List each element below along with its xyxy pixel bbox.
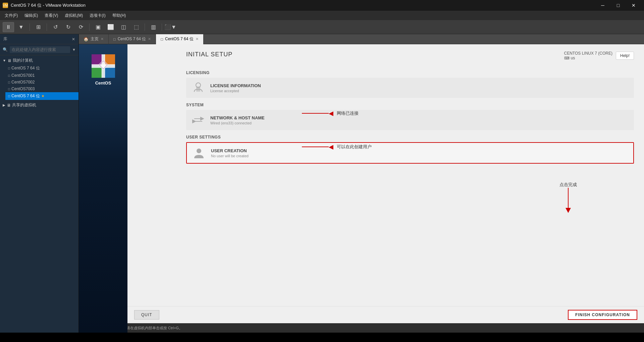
search-icon: 🔍 bbox=[3, 47, 8, 52]
menu-help[interactable]: 帮助(H) bbox=[109, 11, 129, 20]
toolbar-sep-1 bbox=[30, 23, 30, 31]
tab-vm2[interactable]: □ CentOS 7 64 位 ✕ bbox=[156, 34, 203, 44]
tab-vm2-icon: □ bbox=[161, 37, 163, 41]
centos-lang: ⌨ us bbox=[564, 56, 612, 60]
toolbar-sep-2 bbox=[47, 23, 47, 31]
tab-vm1-close[interactable]: ✕ bbox=[148, 37, 151, 41]
sidebar-vm-3[interactable]: □ CentOS7002 bbox=[5, 79, 78, 86]
sidebar-vm-1[interactable]: □ CentOS 7 64 位 bbox=[5, 64, 78, 72]
network-text: NETWORK & HOST NAME Wired (ens33) connec… bbox=[210, 115, 265, 125]
menu-bar: 文件(F) 编辑(E) 查看(V) 虚拟机(M) 选项卡(I) 帮助(H) bbox=[0, 11, 644, 20]
centos-main: INITIAL SETUP CENTOS LINUX 7 (CORE) ⌨ us bbox=[176, 44, 644, 306]
home-icon: 🏠 bbox=[84, 37, 89, 42]
centos-logo-text: CentOS bbox=[95, 80, 111, 86]
svg-rect-4 bbox=[92, 67, 102, 78]
centos-left-bar: CentOS bbox=[79, 44, 127, 333]
sidebar-vm-5[interactable]: □ CentOS 7 64 位 ★ bbox=[5, 92, 78, 100]
window-title: CentOS 7 64 位 - VMware Workstation bbox=[11, 2, 86, 8]
toolbar-sep-5 bbox=[162, 23, 162, 31]
pause-button[interactable]: ⏸ bbox=[3, 22, 14, 32]
tab-home[interactable]: 🏠 主页 ✕ bbox=[79, 34, 109, 44]
unity-button[interactable]: ◫ bbox=[118, 22, 129, 32]
network-annotation: ◀ 网络已连接 bbox=[302, 110, 359, 117]
help-button[interactable]: Help! bbox=[616, 52, 634, 60]
minimize-button[interactable]: ─ bbox=[595, 0, 610, 11]
title-bar: VM CentOS 7 64 位 - VMware Workstation ─ … bbox=[0, 0, 644, 11]
send-ctrlaltdel-button[interactable]: ⊞ bbox=[33, 22, 44, 32]
menu-edit[interactable]: 编辑(E) bbox=[21, 11, 41, 20]
finish-annotation-text: 点击完成 bbox=[559, 182, 577, 188]
computer-icon: 🖥 bbox=[7, 58, 11, 63]
network-annotation-text: 网络已连接 bbox=[337, 110, 359, 116]
network-hostname-item[interactable]: NETWORK & HOST NAME Wired (ens33) connec… bbox=[186, 110, 634, 130]
svg-point-12 bbox=[197, 149, 201, 153]
tab-bar: 🏠 主页 ✕ □ CentOS 7 64 位 ✕ □ CentOS 7 64 位… bbox=[79, 34, 644, 44]
sidebar-item-my-computer[interactable]: ▼ 🖥 我的计算机 bbox=[0, 57, 78, 64]
svg-marker-14 bbox=[566, 208, 571, 213]
sidebar-vm-4[interactable]: □ CentOS7003 bbox=[5, 86, 78, 92]
user-annotation: ◀ 可以在此创建用户 bbox=[302, 143, 372, 151]
menu-tab[interactable]: 选项卡(I) bbox=[86, 11, 109, 20]
menu-vm[interactable]: 虚拟机(M) bbox=[61, 11, 86, 20]
sidebar-vm-2[interactable]: □ CentOS7001 bbox=[5, 72, 78, 79]
license-information-item[interactable]: LICENSE INFORMATION License accepted bbox=[186, 78, 634, 98]
user-creation-text: USER CREATION No user will be created bbox=[211, 148, 249, 158]
tab-vm1-icon: □ bbox=[113, 37, 116, 41]
sidebar-title: 库 bbox=[3, 36, 7, 42]
toolbar: ⏸ ▼ ⊞ ↺ ↻ ⟳ ▣ ⬜ ◫ ⬚ ▥ ⬛▼ bbox=[0, 20, 644, 34]
tab-home-close[interactable]: ✕ bbox=[101, 37, 104, 41]
quit-button[interactable]: QUIT bbox=[134, 310, 159, 320]
pause-dropdown[interactable]: ▼ bbox=[15, 22, 27, 32]
title-bar-left: VM CentOS 7 64 位 - VMware Workstation bbox=[3, 2, 86, 8]
system-label: SYSTEM bbox=[186, 103, 634, 107]
stretch-button[interactable]: ⬚ bbox=[130, 22, 142, 32]
sidebar-tree: ▼ 🖥 我的计算机 □ CentOS 7 64 位 □ CentOS7001 □… bbox=[0, 55, 78, 333]
user-settings-label: USER SETTINGS bbox=[186, 135, 634, 139]
snapshot-button[interactable]: ↺ bbox=[50, 22, 61, 32]
licensing-label: LICENSING bbox=[186, 70, 634, 75]
centos-title: INITIAL SETUP bbox=[186, 51, 232, 58]
maximize-button[interactable]: □ bbox=[610, 0, 626, 11]
vm-icon-2: □ bbox=[8, 74, 10, 77]
snapshot3-button[interactable]: ⟳ bbox=[75, 22, 87, 32]
vm-icon-3: □ bbox=[8, 80, 10, 84]
user-creation-item[interactable]: USER CREATION No user will be created bbox=[186, 142, 634, 164]
search-dropdown-icon[interactable]: ▼ bbox=[72, 48, 76, 52]
user-arrow-head: ◀ bbox=[329, 143, 333, 151]
tab-vm2-close[interactable]: ✕ bbox=[196, 37, 199, 41]
user-icon bbox=[192, 146, 206, 160]
finish-arrow-svg bbox=[565, 188, 572, 215]
keyboard-icon: ⌨ bbox=[564, 56, 570, 60]
status-bar: 要将输入定向到该虚拟机，请在虚拟机内部单击或按 Ctrl+G。 bbox=[79, 323, 644, 333]
tab-vm1[interactable]: □ CentOS 7 64 位 ✕ bbox=[109, 34, 156, 44]
menu-file[interactable]: 文件(F) bbox=[1, 11, 21, 20]
vm-icon-4: □ bbox=[8, 87, 10, 91]
svg-text:VM: VM bbox=[3, 4, 8, 7]
vm-icon-5: □ bbox=[8, 94, 10, 98]
toolbar-sep-3 bbox=[89, 23, 90, 31]
close-button[interactable]: ✕ bbox=[626, 0, 641, 11]
finish-annotation: 点击完成 bbox=[559, 182, 577, 215]
main-area: 库 ✕ 🔍 ▼ ▼ 🖥 我的计算机 □ CentOS 7 64 位 □ Cent… bbox=[0, 34, 644, 333]
sidebar: 库 ✕ 🔍 ▼ ▼ 🖥 我的计算机 □ CentOS 7 64 位 □ Cent… bbox=[0, 34, 79, 333]
finish-configuration-button[interactable]: FINISH CONFIGURATION bbox=[568, 310, 637, 320]
license-text: LICENSE INFORMATION License accepted bbox=[210, 83, 261, 93]
full-screen-button[interactable]: ⬜ bbox=[105, 22, 116, 32]
svg-rect-5 bbox=[104, 67, 115, 78]
license-icon bbox=[192, 81, 205, 95]
vm-icon-1: □ bbox=[8, 66, 10, 70]
menu-view[interactable]: 查看(V) bbox=[41, 11, 61, 20]
network-arrow-head: ◀ bbox=[329, 110, 333, 117]
snapshot2-button[interactable]: ↻ bbox=[62, 22, 74, 32]
search-input[interactable] bbox=[10, 46, 70, 53]
view-options-button[interactable]: ⬛▼ bbox=[165, 22, 176, 32]
sidebar-item-shared[interactable]: ▶ 🖥 共享的虚拟机 bbox=[0, 101, 78, 109]
fit-guest-button[interactable]: ▣ bbox=[92, 22, 104, 32]
toolbar-sep-4 bbox=[145, 23, 145, 31]
console-button[interactable]: ▥ bbox=[148, 22, 159, 32]
shared-icon: 🖥 bbox=[7, 103, 11, 108]
window-controls: ─ □ ✕ bbox=[595, 0, 641, 11]
expand-icon: ▼ bbox=[3, 59, 6, 62]
sidebar-close-icon[interactable]: ✕ bbox=[72, 37, 75, 42]
centos-logo-svg bbox=[92, 54, 115, 78]
